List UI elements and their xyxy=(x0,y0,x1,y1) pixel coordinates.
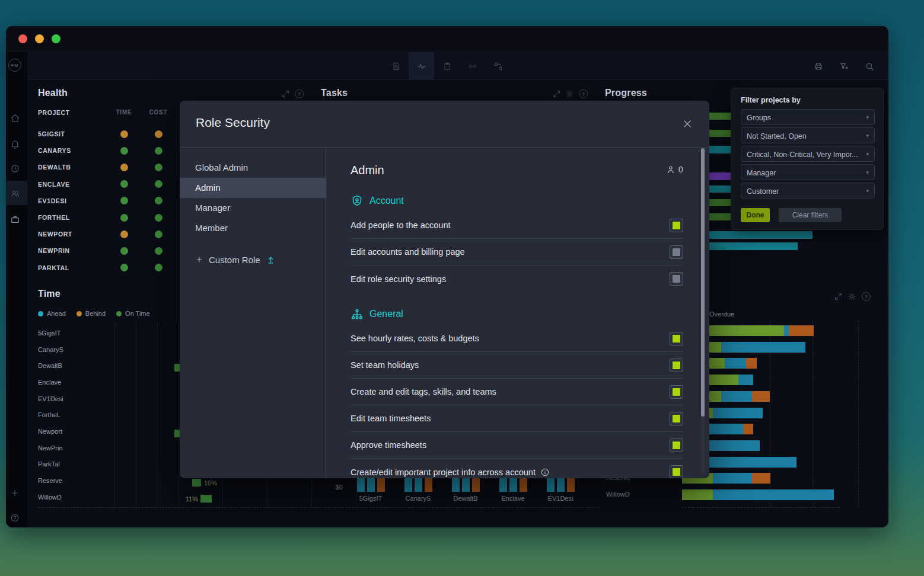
permission-label: Set team holidays xyxy=(351,360,419,370)
health-column-header: PROJECT xyxy=(38,109,107,119)
time-row-label: Newport xyxy=(38,423,109,440)
topbar-tab-activity[interactable] xyxy=(409,52,434,80)
filter-dropdown[interactable]: Manager▾ xyxy=(741,164,875,180)
filter-dropdown[interactable]: Critical, Non-Critical, Very Impor...▾ xyxy=(741,146,875,162)
health-row[interactable]: FORTHEL xyxy=(38,209,176,226)
permission-checkbox[interactable] xyxy=(670,332,683,345)
filter-dropdown[interactable]: Groups▾ xyxy=(741,109,875,125)
health-row[interactable]: PARKTAL xyxy=(38,260,176,276)
permission-checkbox[interactable] xyxy=(670,385,683,399)
chart-bar-workload-chart xyxy=(721,342,805,353)
time-legend-item: Ahead xyxy=(38,310,66,317)
health-column-header: TIME xyxy=(107,109,141,119)
role-item-admin[interactable]: Admin xyxy=(180,178,326,198)
modal-header-divider xyxy=(180,147,709,148)
health-time-cell xyxy=(107,264,141,271)
custom-role-button[interactable]: Custom Role xyxy=(195,250,276,269)
briefcase-icon[interactable] xyxy=(9,214,20,225)
close-traffic-light[interactable] xyxy=(18,34,27,43)
role-item-manager[interactable]: Manager xyxy=(180,198,326,218)
health-row[interactable]: NEWPORT xyxy=(38,226,176,242)
filter-dropdown[interactable]: Customer▾ xyxy=(741,183,875,199)
workload-settings-icon[interactable] xyxy=(847,292,856,301)
app-topbar xyxy=(6,52,888,80)
permission-row: Edit accounts and billing page xyxy=(351,239,683,265)
workload-expand-icon[interactable] xyxy=(834,292,843,301)
permission-row: Edit team timesheets xyxy=(351,405,683,432)
filter-clear-icon[interactable] xyxy=(839,62,849,71)
app-sidebar: PM xyxy=(6,52,27,527)
permission-checkbox[interactable] xyxy=(670,439,683,452)
health-row[interactable]: 5GIGSIT xyxy=(38,126,176,142)
role-item-global-admin[interactable]: Global Admin xyxy=(180,158,326,178)
help-icon[interactable] xyxy=(9,513,20,523)
health-row[interactable]: EV1DESI xyxy=(38,193,176,209)
time-row-label: WillowD xyxy=(38,489,109,505)
maximize-traffic-light[interactable] xyxy=(52,34,60,43)
info-icon[interactable] xyxy=(540,468,550,477)
time-legend-item: On Time xyxy=(116,310,150,317)
chart-baseline xyxy=(38,507,599,508)
topbar-tab-link[interactable] xyxy=(460,52,485,80)
time-row-label: EV1Desi xyxy=(38,391,109,407)
clear-filters-button[interactable]: Clear filters xyxy=(779,208,842,222)
topbar-tab-workflow[interactable] xyxy=(485,52,511,80)
modal-scrollbar-thumb[interactable] xyxy=(701,148,705,417)
workload-gridline xyxy=(770,321,770,507)
health-time-cell xyxy=(107,231,141,238)
time-row-label: Enclave xyxy=(38,374,109,391)
health-row[interactable]: ENCLAVE xyxy=(38,176,176,193)
plus-icon xyxy=(195,255,203,264)
permission-label: See hourly rates, costs & budgets xyxy=(351,334,479,343)
tasks-expand-icon[interactable] xyxy=(552,89,561,98)
permission-row: Add people to the account xyxy=(351,212,683,239)
topbar-tab-clipboard[interactable] xyxy=(434,52,460,80)
progress-panel-title: Progress xyxy=(605,88,647,98)
health-project-name: NEWPRIN xyxy=(38,247,107,254)
chart-bar-workload-chart xyxy=(725,358,746,369)
permission-checkbox[interactable] xyxy=(670,359,683,372)
status-dot xyxy=(120,130,128,138)
time-legend-item: Behind xyxy=(77,310,106,317)
status-dot xyxy=(120,180,128,188)
health-expand-icon[interactable] xyxy=(281,89,290,98)
health-row[interactable]: DEWALTB xyxy=(38,159,176,175)
done-button[interactable]: Done xyxy=(741,208,770,222)
chart-bar-time-chart xyxy=(192,479,201,487)
tasks-help-icon[interactable]: ? xyxy=(579,89,588,98)
clock-icon[interactable] xyxy=(9,163,20,174)
permission-checkbox[interactable] xyxy=(670,465,683,478)
team-icon[interactable] xyxy=(9,188,20,199)
status-dot xyxy=(155,247,163,255)
role-security-modal: Role Security Global AdminAdminManagerMe… xyxy=(180,101,709,478)
minimize-traffic-light[interactable] xyxy=(35,34,44,43)
role-item-member[interactable]: Member xyxy=(180,218,326,238)
health-help-icon[interactable]: ? xyxy=(295,89,304,98)
filter-dropdown[interactable]: Not Started, Open▾ xyxy=(741,127,875,143)
permission-checkbox[interactable] xyxy=(670,412,683,425)
home-icon[interactable] xyxy=(9,113,20,123)
permission-checkbox[interactable] xyxy=(670,272,683,286)
workload-help-icon[interactable]: ? xyxy=(862,292,871,301)
tasks-settings-icon[interactable] xyxy=(565,89,574,98)
permission-checkbox[interactable] xyxy=(670,245,683,259)
permission-label: Edit team timesheets xyxy=(351,414,431,423)
time-row-labels: 5GigsITCanarySDewaltBEnclaveEV1DesiForth… xyxy=(38,325,109,505)
sitemap-icon xyxy=(351,308,364,321)
plus-icon[interactable] xyxy=(9,488,20,498)
modal-pane-divider xyxy=(326,147,326,478)
section-title: Account xyxy=(369,196,404,206)
bell-icon[interactable] xyxy=(9,139,20,149)
health-row[interactable]: CANARYS xyxy=(38,142,176,159)
chart-bar-workload-chart xyxy=(784,325,789,336)
permission-checkbox[interactable] xyxy=(670,219,683,232)
printer-icon[interactable] xyxy=(814,62,823,71)
health-cost-cell xyxy=(141,147,176,155)
search-icon[interactable] xyxy=(865,62,874,71)
topbar-tab-file-search[interactable] xyxy=(383,52,409,80)
close-icon[interactable] xyxy=(680,117,694,131)
role-user-count-value: 0 xyxy=(678,165,683,174)
health-row[interactable]: NEWPRIN xyxy=(38,242,176,259)
chart-bar-time-chart xyxy=(200,495,212,503)
time-reserve-value: 10% xyxy=(204,479,217,487)
